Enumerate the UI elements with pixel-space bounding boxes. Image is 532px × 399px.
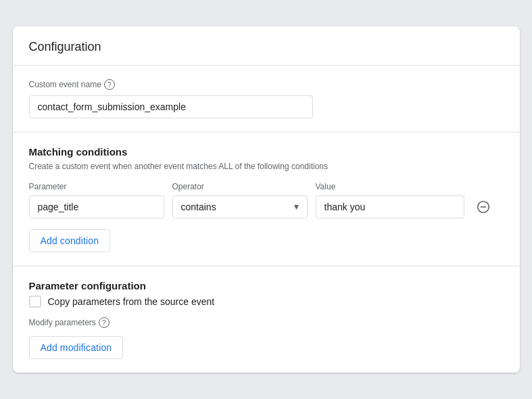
operator-select-wrapper: contains equals starts with ends with do… xyxy=(172,195,308,218)
parameter-configuration-title: Parameter configuration xyxy=(29,280,504,291)
copy-parameters-checkbox[interactable] xyxy=(29,296,41,308)
custom-event-label: Custom event name ? xyxy=(29,79,504,90)
configuration-card: Configuration Custom event name ? Matchi… xyxy=(13,26,520,373)
modify-parameters-label: Modify parameters ? xyxy=(29,317,504,328)
remove-condition-button[interactable] xyxy=(473,196,494,218)
add-modification-button[interactable]: Add modification xyxy=(29,336,124,359)
operator-label: Operator xyxy=(172,182,308,191)
custom-event-name-input[interactable] xyxy=(29,95,313,118)
parameter-column: Parameter xyxy=(29,182,164,218)
operator-select[interactable]: contains equals starts with ends with do… xyxy=(172,195,308,218)
add-condition-button[interactable]: Add condition xyxy=(29,229,111,252)
value-column: Value xyxy=(316,182,464,218)
copy-parameters-label: Copy parameters from the source event xyxy=(48,296,215,307)
matching-conditions-title: Matching conditions xyxy=(29,146,504,158)
modify-parameters-help-icon[interactable]: ? xyxy=(99,317,110,328)
parameter-input[interactable] xyxy=(29,195,164,218)
parameter-configuration-section: Parameter configuration Copy parameters … xyxy=(13,266,520,373)
matching-conditions-description: Create a custom event when another event… xyxy=(29,162,504,171)
value-input[interactable] xyxy=(316,195,464,218)
value-label: Value xyxy=(316,182,464,191)
copy-parameters-row: Copy parameters from the source event xyxy=(29,296,504,308)
custom-event-help-icon[interactable]: ? xyxy=(104,79,115,90)
conditions-row: Parameter Operator contains equals start… xyxy=(29,182,504,218)
operator-column: Operator contains equals starts with end… xyxy=(172,182,308,218)
card-title: Configuration xyxy=(13,26,520,66)
matching-conditions-section: Matching conditions Create a custom even… xyxy=(13,133,520,266)
minus-circle-icon xyxy=(476,200,491,214)
parameter-label: Parameter xyxy=(29,182,164,191)
custom-event-section: Custom event name ? xyxy=(13,66,520,133)
